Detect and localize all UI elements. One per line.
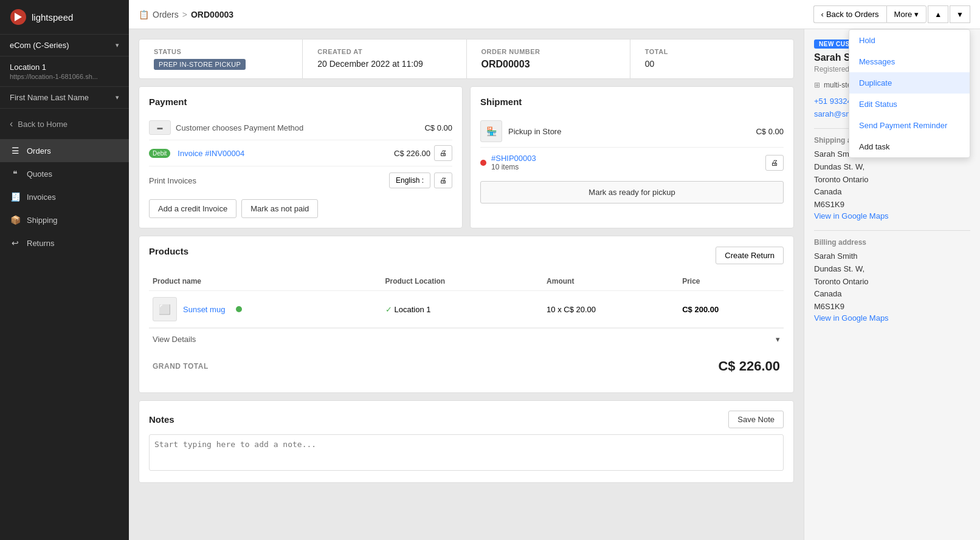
breadcrumb-orders: Orders	[153, 10, 179, 19]
quotes-icon: ❝	[10, 169, 21, 179]
dropdown-item-edit-status[interactable]: Edit Status	[849, 94, 970, 115]
more-chevron-icon: ▾	[914, 10, 919, 19]
mark-ready-pickup-button[interactable]: Mark as ready for pickup	[480, 181, 784, 203]
created-at-section: CREATED AT 20 December 2022 at 11:09	[303, 39, 466, 78]
sidebar-nav: ☰ Orders ❝ Quotes 🧾 Invoices 📦 Shipping …	[0, 139, 129, 540]
nav-up-button[interactable]: ▲	[928, 5, 948, 23]
view-details-row[interactable]: View Details ▾	[149, 328, 784, 350]
status-badge: PREP IN-STORE PICKUP	[154, 59, 246, 70]
notes-textarea[interactable]	[149, 434, 784, 471]
billing-map-link[interactable]: View in Google Maps	[814, 313, 970, 323]
billing-address1: Dundas St. W,	[814, 263, 970, 276]
store-chevron-icon: ▾	[116, 41, 119, 49]
payment-method-amount: C$ 0.00	[424, 123, 452, 132]
sidebar-item-invoices[interactable]: 🧾 Invoices	[0, 185, 129, 208]
view-details-chevron-icon: ▾	[776, 335, 780, 344]
print-invoice-button[interactable]: 🖨	[434, 145, 452, 161]
more-button[interactable]: More ▾	[886, 5, 927, 23]
shipment-card: Shipment 🏪 Pickup in Store C$ 0.00 #SHIP…	[470, 86, 794, 228]
print-button[interactable]: 🖨	[434, 173, 452, 188]
print-label: Print Invoices	[149, 176, 196, 185]
payment-method-label: ▬ Customer chooses Payment Method	[149, 120, 303, 135]
user-name: First Name Last Name	[10, 93, 89, 102]
dropdown-item-send-payment[interactable]: Send Payment Reminder	[849, 115, 970, 136]
nav-down-button[interactable]: ▼	[950, 5, 970, 23]
store-selector[interactable]: eCom (C-Series) ▾	[0, 35, 129, 56]
back-arrow-icon: ‹	[10, 118, 13, 129]
save-note-button[interactable]: Save Note	[728, 411, 784, 428]
shipment-items: 10 items	[491, 163, 536, 171]
shipment-ref-link[interactable]: #SHIP00003	[491, 154, 536, 163]
grand-total-label: GRAND TOTAL	[153, 362, 209, 371]
sidebar-item-orders[interactable]: ☰ Orders	[0, 139, 129, 162]
sidebar-item-shipping-label: Shipping	[27, 216, 58, 225]
product-amount-cell: 10 x C$ 20.00	[543, 291, 678, 328]
sidebar-item-quotes[interactable]: ❝ Quotes	[0, 162, 129, 185]
shipping-address1: Dundas St. W,	[814, 161, 970, 174]
billing-address-title: Billing address	[814, 238, 970, 247]
shipping-postal: M6S1K9	[814, 199, 970, 211]
returns-icon: ↩	[10, 238, 21, 248]
print-shipment-button[interactable]: 🖨	[765, 155, 784, 171]
col-price: Price	[678, 272, 784, 291]
back-to-orders-button[interactable]: ‹ Back to Orders	[813, 5, 886, 23]
status-bar: STATUS PREP IN-STORE PICKUP CREATED AT 2…	[139, 39, 794, 79]
lightspeed-logo-icon	[10, 9, 27, 26]
sidebar-logo: lightspeed	[0, 0, 129, 35]
shipping-map-link[interactable]: View in Google Maps	[814, 211, 970, 220]
sidebar-item-shipping[interactable]: 📦 Shipping	[0, 208, 129, 231]
billing-address2: Toronto Ontario	[814, 276, 970, 289]
content-main: STATUS PREP IN-STORE PICKUP CREATED AT 2…	[129, 29, 804, 540]
print-row: Print Invoices English : 🖨	[149, 166, 452, 194]
invoices-icon: 🧾	[10, 192, 21, 202]
payment-card: Payment ▬ Customer chooses Payment Metho…	[139, 86, 463, 228]
products-table: Product name Product Location Amount Pri…	[149, 272, 784, 328]
location-name: Location 1	[10, 63, 119, 72]
orders-icon: ☰	[10, 146, 21, 156]
invoice-link[interactable]: Invoice #INV00004	[178, 149, 244, 158]
products-table-body: ⬜ Sunset mug ✓ Location 1	[149, 291, 784, 328]
breadcrumb-separator: >	[182, 10, 187, 19]
col-product-location: Product Location	[382, 272, 543, 291]
sidebar-item-quotes-label: Quotes	[27, 169, 52, 179]
payment-method-row: ▬ Customer chooses Payment Method C$ 0.0…	[149, 115, 452, 140]
order-number-value: ORD00003	[481, 59, 615, 70]
products-title: Products	[149, 246, 188, 256]
debit-badge: Debit	[149, 149, 170, 158]
create-return-button[interactable]: Create Return	[716, 247, 784, 264]
products-card: Products Create Return Product name Prod…	[139, 236, 794, 393]
product-name-link[interactable]: Sunset mug	[183, 305, 225, 314]
shipping-country: Canada	[814, 186, 970, 199]
payment-buttons: Add a credit Invoice Mark as not paid	[149, 199, 452, 218]
created-value: 20 December 2022 at 11:09	[317, 59, 451, 69]
back-orders-arrow-icon: ‹	[821, 10, 824, 19]
back-to-home[interactable]: ‹ Back to Home	[0, 109, 129, 139]
mark-not-paid-button[interactable]: Mark as not paid	[241, 199, 318, 218]
dropdown-item-messages[interactable]: Messages	[849, 51, 970, 72]
grand-total-amount: C$ 226.00	[718, 358, 780, 374]
dropdown-item-hold[interactable]: Hold	[849, 30, 970, 51]
total-label: TOTAL	[645, 48, 779, 55]
sidebar-item-returns[interactable]: ↩ Returns	[0, 231, 129, 255]
back-to-home-label: Back to Home	[18, 120, 67, 129]
total-section: TOTAL 00	[630, 39, 793, 78]
language-button[interactable]: English :	[389, 173, 430, 188]
dropdown-item-add-task[interactable]: Add task	[849, 136, 970, 157]
product-thumbnail: ⬜	[153, 297, 177, 321]
more-button-label: More	[894, 10, 913, 19]
payment-shipment-row: Payment ▬ Customer chooses Payment Metho…	[139, 86, 794, 228]
user-selector[interactable]: First Name Last Name ▾	[0, 87, 129, 109]
dropdown-item-duplicate[interactable]: Duplicate	[849, 72, 970, 94]
back-to-orders-label: Back to Orders	[826, 10, 879, 19]
print-actions: English : 🖨	[389, 173, 452, 188]
location-check-icon: ✓	[385, 305, 392, 314]
billing-name: Sarah Smith	[814, 250, 970, 263]
notes-card: Notes Save Note	[139, 400, 794, 483]
products-table-header: Product name Product Location Amount Pri…	[149, 272, 784, 291]
add-credit-invoice-button[interactable]: Add a credit Invoice	[149, 199, 236, 218]
shipment-ref-row: #SHIP00003 10 items 🖨	[480, 148, 784, 177]
shipment-method-row: 🏪 Pickup in Store C$ 0.00	[480, 115, 784, 148]
shipment-ref-info: #SHIP00003 10 items	[480, 154, 536, 171]
divider2	[814, 230, 970, 231]
sidebar-item-invoices-label: Invoices	[27, 193, 56, 202]
